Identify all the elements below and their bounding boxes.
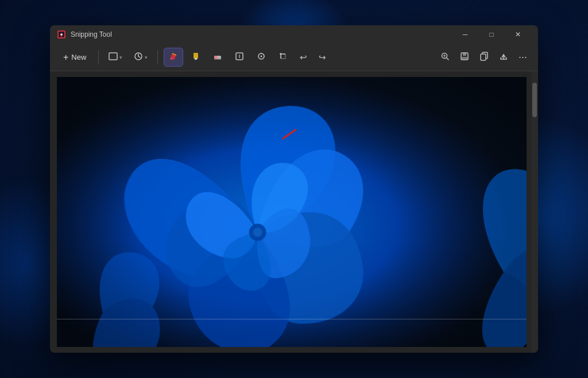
svg-line-23 <box>446 58 448 60</box>
share-button[interactable] <box>495 49 512 65</box>
ruler-button[interactable] <box>252 48 270 66</box>
toolbar-divider-1 <box>98 51 99 64</box>
svg-line-6 <box>138 56 140 57</box>
rect-snip-chevron: ▾ <box>119 55 122 60</box>
svg-rect-3 <box>109 53 117 60</box>
plus-icon: + <box>63 52 68 63</box>
toolbar-divider-2 <box>157 51 158 64</box>
touch-write-icon <box>234 51 245 63</box>
more-options-icon: ··· <box>519 51 527 63</box>
svg-rect-30 <box>481 54 486 60</box>
pen-icon <box>168 51 179 63</box>
highlighter-icon <box>191 51 201 63</box>
redo-icon: ↪ <box>319 52 326 63</box>
crop-button[interactable] <box>274 48 292 66</box>
save-icon <box>460 52 469 63</box>
delay-icon <box>134 52 143 63</box>
svg-point-2 <box>61 34 63 36</box>
undo-button[interactable]: ↩ <box>296 49 311 65</box>
title-bar: Snipping Tool ─ □ ✕ <box>50 25 538 44</box>
copy-icon <box>479 52 489 63</box>
window-controls: ─ □ ✕ <box>452 25 531 44</box>
scrollbar-thumb[interactable] <box>532 83 537 117</box>
more-options-button[interactable]: ··· <box>514 48 531 66</box>
redo-button[interactable]: ↪ <box>315 49 330 65</box>
maximize-button[interactable]: □ <box>478 25 505 44</box>
svg-point-16 <box>261 56 262 57</box>
content-area <box>50 71 538 353</box>
minimize-button[interactable]: ─ <box>452 25 478 44</box>
undo-icon: ↩ <box>300 52 307 63</box>
pen-button[interactable] <box>164 48 183 67</box>
ruler-icon <box>256 51 266 63</box>
rect-snip-button[interactable]: ▾ <box>105 49 126 65</box>
delay-button[interactable]: ▾ <box>130 49 152 65</box>
new-button[interactable]: + New <box>57 49 92 66</box>
share-icon <box>499 52 508 63</box>
toolbar-right: ··· <box>436 48 531 66</box>
eraser-button[interactable] <box>208 48 227 66</box>
bottom-guide-line <box>57 319 527 319</box>
crop-icon <box>278 51 288 63</box>
zoom-button[interactable] <box>436 49 454 65</box>
canvas[interactable] <box>57 77 527 347</box>
svg-rect-9 <box>195 58 197 60</box>
highlighter-button[interactable] <box>187 48 205 66</box>
toolbar: + New ▾ ▾ <box>50 44 538 71</box>
new-label: New <box>71 53 86 61</box>
delay-chevron: ▾ <box>145 55 148 60</box>
zoom-icon <box>440 52 450 63</box>
scrollbar[interactable] <box>531 71 538 353</box>
app-window: Snipping Tool ─ □ ✕ + New ▾ <box>50 25 538 353</box>
svg-rect-8 <box>194 53 198 59</box>
svg-rect-11 <box>214 56 217 59</box>
copy-button[interactable] <box>475 49 493 65</box>
close-button[interactable]: ✕ <box>505 25 531 44</box>
app-icon <box>57 30 66 39</box>
svg-rect-28 <box>462 57 467 59</box>
touch-write-button[interactable] <box>230 48 249 66</box>
svg-rect-27 <box>463 53 466 56</box>
svg-point-35 <box>253 227 262 237</box>
wallpaper-svg <box>57 77 527 347</box>
rect-snip-icon <box>109 52 118 62</box>
eraser-icon <box>212 51 223 63</box>
svg-rect-21 <box>281 54 285 59</box>
save-button[interactable] <box>456 49 473 65</box>
window-title: Snipping Tool <box>71 30 452 38</box>
